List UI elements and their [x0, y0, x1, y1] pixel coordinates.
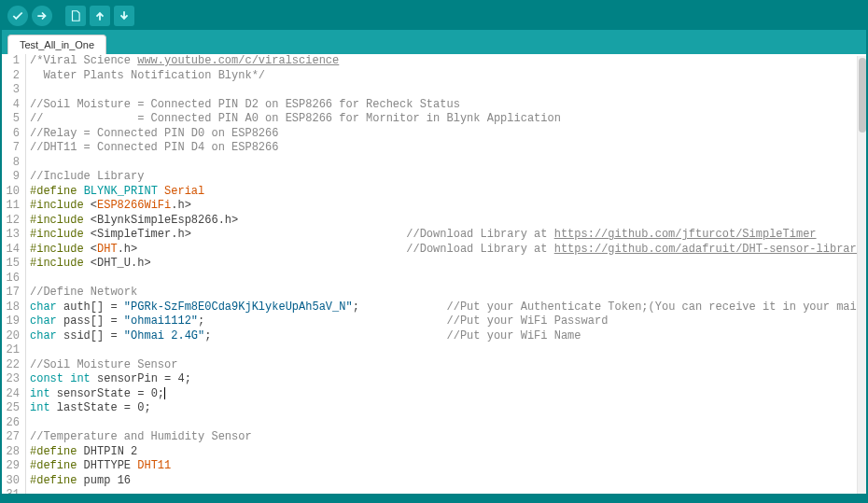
code-line[interactable]: 17//Define Network: [2, 286, 866, 300]
code-line[interactable]: 28#define DHTPIN 2: [2, 445, 866, 460]
code-line[interactable]: 6//Relay = Connected PIN D0 on ESP8266: [2, 127, 866, 142]
code-line[interactable]: 30#define pump 16: [2, 474, 866, 489]
ide-window: Test_All_in_One 1/*Viral Science www.you…: [0, 0, 868, 503]
code-content[interactable]: int sensorState = 0;: [26, 387, 165, 402]
code-line[interactable]: 19char pass[] = "ohmai1112"; //Put your …: [2, 314, 866, 329]
line-number: 27: [2, 430, 26, 445]
code-content[interactable]: //Include Library: [26, 170, 144, 185]
code-content[interactable]: #define DHTTYPE DHT11: [26, 459, 171, 474]
code-content[interactable]: //Soil Moisture Sensor: [26, 358, 177, 373]
code-content[interactable]: //DHT11 = Connected PIN D4 on ESP8266: [26, 141, 278, 156]
code-content[interactable]: int lastState = 0;: [26, 401, 151, 416]
line-number: 4: [2, 98, 26, 113]
line-number: 25: [2, 401, 26, 416]
code-line[interactable]: 27//Temperature and Humidity Sensor: [2, 430, 866, 445]
code-line[interactable]: 12#include <BlynkSimpleEsp8266.h>: [2, 214, 866, 229]
code-line[interactable]: 26: [2, 416, 866, 431]
code-line[interactable]: 8: [2, 156, 866, 171]
code-content[interactable]: //Temperature and Humidity Sensor: [26, 430, 252, 445]
code-line[interactable]: 2 Water Plants Notification Blynk*/: [2, 69, 866, 84]
code-line[interactable]: 5// = Connected PIN A0 on ESP8266 for Mo…: [2, 112, 866, 127]
line-number: 22: [2, 358, 26, 373]
line-number: 23: [2, 372, 26, 387]
line-number: 24: [2, 387, 26, 402]
code-line[interactable]: 22//Soil Moisture Sensor: [2, 358, 866, 373]
new-button[interactable]: [65, 6, 86, 26]
tab-bar: Test_All_in_One: [2, 30, 866, 54]
upload-button[interactable]: [32, 6, 52, 26]
code-content[interactable]: #include <SimpleTimer.h> //Download Libr…: [26, 228, 817, 243]
line-number: 13: [2, 228, 26, 243]
code-content[interactable]: [26, 83, 30, 98]
code-content[interactable]: #define BLYNK_PRINT Serial: [26, 185, 204, 200]
code-line[interactable]: 20char ssid[] = "Ohmai 2.4G"; //Put your…: [2, 329, 866, 344]
code-line[interactable]: 29#define DHTTYPE DHT11: [2, 459, 866, 474]
code-line[interactable]: 13#include <SimpleTimer.h> //Download Li…: [2, 228, 866, 243]
line-number: 5: [2, 112, 26, 127]
code-line[interactable]: 14#include <DHT.h> //Download Library at…: [2, 243, 866, 258]
code-content[interactable]: #define DHTPIN 2: [26, 445, 137, 460]
verify-button[interactable]: [7, 6, 28, 26]
code-content[interactable]: char auth[] = "PGRk-SzFm8E0Cda9KjKlykeUp…: [26, 300, 866, 315]
code-line[interactable]: 25int lastState = 0;: [2, 401, 866, 416]
scrollbar-thumb[interactable]: [859, 58, 866, 133]
code-content[interactable]: Water Plants Notification Blynk*/: [26, 69, 265, 84]
line-number: 12: [2, 214, 26, 229]
arrow-up-icon: [93, 9, 106, 22]
line-number: 28: [2, 445, 26, 460]
line-number: 21: [2, 343, 26, 358]
code-content[interactable]: /*Viral Science www.youtube.com/c/virals…: [26, 54, 339, 69]
line-number: 15: [2, 257, 26, 272]
code-content[interactable]: [26, 272, 30, 286]
code-content[interactable]: //Relay = Connected PIN D0 on ESP8266: [26, 127, 278, 142]
arrow-down-icon: [118, 9, 131, 22]
code-line[interactable]: 9//Include Library: [2, 170, 866, 185]
code-line[interactable]: 7//DHT11 = Connected PIN D4 on ESP8266: [2, 141, 866, 156]
save-button[interactable]: [114, 6, 134, 26]
code-content[interactable]: #include <ESP8266WiFi.h>: [26, 199, 191, 214]
line-number: 20: [2, 329, 26, 344]
vertical-scrollbar[interactable]: [857, 56, 866, 494]
code-content[interactable]: #include <BlynkSimpleEsp8266.h>: [26, 214, 238, 229]
code-content[interactable]: const int sensorPin = 4;: [26, 372, 191, 387]
line-number: 18: [2, 300, 26, 315]
code-line[interactable]: 18char auth[] = "PGRk-SzFm8E0Cda9KjKlyke…: [2, 300, 866, 315]
line-number: 30: [2, 474, 26, 489]
code-content[interactable]: char ssid[] = "Ohmai 2.4G"; //Put your W…: [26, 329, 581, 344]
code-content[interactable]: //Soil Moisture = Connected PIN D2 on ES…: [26, 98, 460, 113]
code-line[interactable]: 23const int sensorPin = 4;: [2, 372, 866, 387]
code-editor[interactable]: 1/*Viral Science www.youtube.com/c/viral…: [2, 54, 866, 494]
line-number: 8: [2, 156, 26, 171]
line-number: 9: [2, 170, 26, 185]
code-content[interactable]: // = Connected PIN A0 on ESP8266 for Mor…: [26, 112, 561, 127]
code-line[interactable]: 4//Soil Moisture = Connected PIN D2 on E…: [2, 98, 866, 113]
arrow-right-icon: [35, 9, 49, 22]
status-bar: [2, 494, 866, 501]
line-number: 2: [2, 69, 26, 84]
line-number: 10: [2, 185, 26, 200]
code-content[interactable]: #include <DHT_U.h>: [26, 257, 151, 272]
code-line[interactable]: 11#include <ESP8266WiFi.h>: [2, 199, 866, 214]
code-line[interactable]: 16: [2, 272, 866, 286]
open-button[interactable]: [90, 6, 110, 26]
check-icon: [11, 9, 24, 22]
code-content[interactable]: char pass[] = "ohmai1112"; //Put your Wi…: [26, 314, 608, 329]
code-content[interactable]: [26, 416, 30, 431]
tab-label: Test_All_in_One: [20, 39, 94, 50]
code-content[interactable]: [26, 343, 30, 358]
code-content[interactable]: #include <DHT.h> //Download Library at h…: [26, 243, 863, 258]
line-number: 14: [2, 243, 26, 258]
code-line[interactable]: 10#define BLYNK_PRINT Serial: [2, 185, 866, 200]
code-line[interactable]: 15#include <DHT_U.h>: [2, 257, 866, 272]
toolbar: [2, 2, 866, 30]
tab-sketch[interactable]: Test_All_in_One: [7, 35, 106, 54]
line-number: 3: [2, 83, 26, 98]
code-line[interactable]: 1/*Viral Science www.youtube.com/c/viral…: [2, 54, 866, 69]
code-content[interactable]: #define pump 16: [26, 474, 131, 489]
code-line[interactable]: 24int sensorState = 0;: [2, 387, 866, 402]
code-line[interactable]: 3: [2, 83, 866, 98]
code-line[interactable]: 21: [2, 343, 866, 358]
code-content[interactable]: //Define Network: [26, 286, 137, 300]
code-content[interactable]: [26, 156, 30, 171]
line-number: 29: [2, 459, 26, 474]
